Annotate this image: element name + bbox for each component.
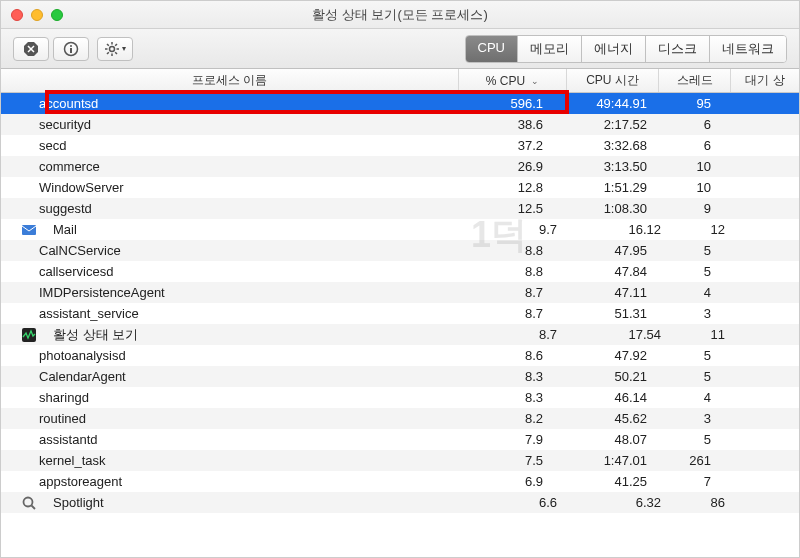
- process-cpu: 8.7: [459, 306, 567, 321]
- process-row[interactable]: Spotlight6.66.3286: [1, 492, 799, 513]
- process-row[interactable]: CalNCService8.847.955: [1, 240, 799, 261]
- process-row[interactable]: assistantd7.948.075: [1, 429, 799, 450]
- process-time: 17.54: [581, 327, 673, 342]
- process-threads: 3: [659, 306, 731, 321]
- svg-point-6: [110, 46, 115, 51]
- options-menu-button[interactable]: [97, 37, 133, 61]
- process-name: 활성 상태 보기: [37, 326, 473, 344]
- tab-CPU[interactable]: CPU: [466, 36, 518, 62]
- process-name: suggestd: [23, 201, 459, 216]
- close-window-button[interactable]: [11, 9, 23, 21]
- process-row[interactable]: photoanalysisd8.647.925: [1, 345, 799, 366]
- process-threads: 11: [673, 327, 745, 342]
- process-cpu: 7.9: [459, 432, 567, 447]
- process-cpu: 8.2: [459, 411, 567, 426]
- process-time: 1:47.01: [567, 453, 659, 468]
- process-threads: 5: [659, 243, 731, 258]
- process-threads: 7: [659, 474, 731, 489]
- process-row[interactable]: routined8.245.623: [1, 408, 799, 429]
- column-header-wait[interactable]: 대기 상: [731, 69, 799, 92]
- stop-process-button[interactable]: [13, 37, 49, 61]
- process-row[interactable]: WindowServer12.81:51.2910: [1, 177, 799, 198]
- process-cpu: 7.5: [459, 453, 567, 468]
- svg-line-14: [115, 44, 117, 46]
- minimize-window-button[interactable]: [31, 9, 43, 21]
- process-row[interactable]: securityd38.62:17.526: [1, 114, 799, 135]
- process-name: callservicesd: [23, 264, 459, 279]
- svg-line-13: [107, 52, 109, 54]
- process-threads: 12: [673, 222, 745, 237]
- process-threads: 95: [659, 96, 731, 111]
- process-row[interactable]: appstoreagent6.941.257: [1, 471, 799, 492]
- process-row[interactable]: kernel_task7.51:47.01261: [1, 450, 799, 471]
- process-name: sharingd: [23, 390, 459, 405]
- process-threads: 261: [659, 453, 731, 468]
- activity-monitor-window: 활성 상태 보기(모든 프로세스): [0, 0, 800, 558]
- process-row[interactable]: Mail9.716.1212: [1, 219, 799, 240]
- info-icon: [63, 41, 79, 57]
- toolbar-left-group: [13, 37, 89, 61]
- window-title: 활성 상태 보기(모든 프로세스): [312, 6, 488, 24]
- process-cpu: 38.6: [459, 117, 567, 132]
- process-name: assistant_service: [23, 306, 459, 321]
- process-time: 2:17.52: [567, 117, 659, 132]
- tab-에너지[interactable]: 에너지: [582, 36, 646, 62]
- process-name: IMDPersistenceAgent: [23, 285, 459, 300]
- process-name: secd: [23, 138, 459, 153]
- column-header-name[interactable]: 프로세스 이름: [1, 69, 459, 92]
- svg-line-12: [115, 52, 117, 54]
- process-name: CalendarAgent: [23, 369, 459, 384]
- column-header-threads[interactable]: 스레드: [659, 69, 731, 92]
- process-row[interactable]: suggestd12.51:08.309: [1, 198, 799, 219]
- process-name: accountsd: [23, 96, 459, 111]
- process-name: appstoreagent: [23, 474, 459, 489]
- column-header-threads-label: 스레드: [677, 72, 713, 89]
- process-cpu: 12.8: [459, 180, 567, 195]
- process-time: 41.25: [567, 474, 659, 489]
- process-row[interactable]: callservicesd8.847.845: [1, 261, 799, 282]
- process-list[interactable]: accountsd596.149:44.9195securityd38.62:1…: [1, 93, 799, 557]
- zoom-window-button[interactable]: [51, 9, 63, 21]
- stop-octagon-icon: [23, 41, 39, 57]
- process-row[interactable]: sharingd8.346.144: [1, 387, 799, 408]
- process-time: 47.92: [567, 348, 659, 363]
- process-icon: [1, 495, 37, 511]
- process-row[interactable]: assistant_service8.751.313: [1, 303, 799, 324]
- process-cpu: 26.9: [459, 159, 567, 174]
- process-time: 49:44.91: [567, 96, 659, 111]
- process-icon: [1, 327, 37, 343]
- process-threads: 5: [659, 432, 731, 447]
- info-button[interactable]: [53, 37, 89, 61]
- process-row[interactable]: 활성 상태 보기8.717.5411: [1, 324, 799, 345]
- toolbar: CPU메모리에너지디스크네트워크: [1, 29, 799, 69]
- tab-네트워크[interactable]: 네트워크: [710, 36, 786, 62]
- process-cpu: 6.6: [473, 495, 581, 510]
- svg-line-18: [32, 505, 36, 509]
- process-cpu: 8.8: [459, 243, 567, 258]
- process-row[interactable]: CalendarAgent8.350.215: [1, 366, 799, 387]
- process-cpu: 37.2: [459, 138, 567, 153]
- process-threads: 5: [659, 264, 731, 279]
- process-row[interactable]: commerce26.93:13.5010: [1, 156, 799, 177]
- process-cpu: 8.7: [459, 285, 567, 300]
- tab-bar: CPU메모리에너지디스크네트워크: [465, 35, 787, 63]
- process-time: 47.11: [567, 285, 659, 300]
- process-name: CalNCService: [23, 243, 459, 258]
- tab-메모리[interactable]: 메모리: [518, 36, 582, 62]
- process-row[interactable]: IMDPersistenceAgent8.747.114: [1, 282, 799, 303]
- process-cpu: 596.1: [459, 96, 567, 111]
- process-row[interactable]: secd37.23:32.686: [1, 135, 799, 156]
- process-threads: 4: [659, 390, 731, 405]
- process-row[interactable]: accountsd596.149:44.9195: [1, 93, 799, 114]
- column-header-cpu[interactable]: % CPU ⌄: [459, 69, 567, 92]
- process-threads: 10: [659, 159, 731, 174]
- process-time: 16.12: [581, 222, 673, 237]
- process-name: photoanalysisd: [23, 348, 459, 363]
- process-threads: 3: [659, 411, 731, 426]
- column-header-time[interactable]: CPU 시간: [567, 69, 659, 92]
- process-time: 3:32.68: [567, 138, 659, 153]
- process-time: 47.95: [567, 243, 659, 258]
- tab-디스크[interactable]: 디스크: [646, 36, 710, 62]
- process-threads: 10: [659, 180, 731, 195]
- process-name: WindowServer: [23, 180, 459, 195]
